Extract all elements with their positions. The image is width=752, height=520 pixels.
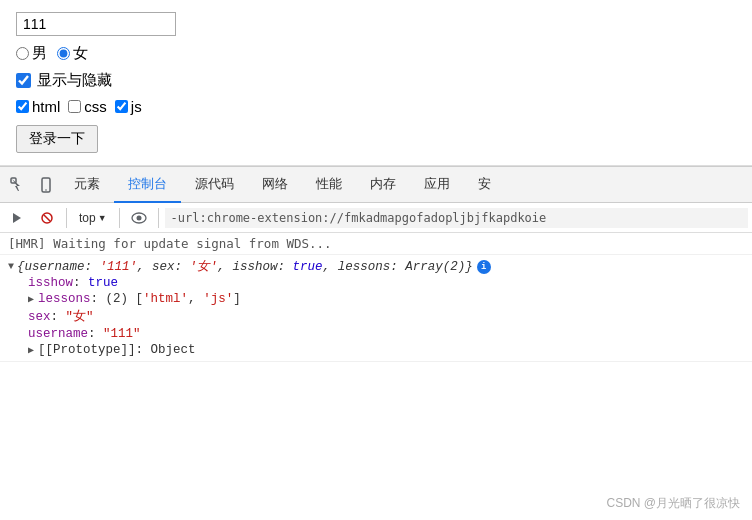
gender-radio-group: 男 女: [16, 44, 736, 63]
form-section: 男 女 显示与隐藏 html css js 登录一下: [0, 0, 752, 166]
tab-sources[interactable]: 源代码: [181, 167, 248, 203]
svg-line-5: [44, 215, 50, 221]
tab-performance[interactable]: 性能: [302, 167, 356, 203]
html-checkbox-label[interactable]: html: [16, 98, 60, 115]
prop-prototype: ▶[[Prototype]]: Object: [28, 342, 241, 358]
top-label: top: [79, 211, 96, 225]
show-hide-row: 显示与隐藏: [16, 71, 736, 90]
show-checkbox[interactable]: [16, 73, 31, 88]
radio-female-label[interactable]: 女: [57, 44, 88, 63]
svg-point-2: [45, 189, 47, 191]
female-label: 女: [73, 44, 88, 63]
tab-network[interactable]: 网络: [248, 167, 302, 203]
html-checkbox[interactable]: [16, 100, 29, 113]
js-checkbox[interactable]: [115, 100, 128, 113]
male-label: 男: [32, 44, 47, 63]
eye-button[interactable]: [126, 206, 152, 230]
css-checkbox[interactable]: [68, 100, 81, 113]
tab-memory[interactable]: 内存: [356, 167, 410, 203]
radio-female[interactable]: [57, 47, 70, 60]
html-label: html: [32, 98, 60, 115]
radio-male-label[interactable]: 男: [16, 44, 47, 63]
chevron-down-icon: ▼: [98, 213, 107, 223]
js-checkbox-label[interactable]: js: [115, 98, 142, 115]
css-checkbox-label[interactable]: css: [68, 98, 107, 115]
hmr-line: [HMR] Waiting for update signal from WDS…: [0, 233, 752, 255]
radio-male[interactable]: [16, 47, 29, 60]
prop-sex: sex: "女": [28, 307, 241, 326]
svg-marker-3: [13, 213, 21, 223]
tab-security[interactable]: 安: [464, 167, 505, 203]
watermark: CSDN @月光晒了很凉快: [606, 495, 740, 512]
tab-elements[interactable]: 元素: [60, 167, 114, 203]
lessons-expand-icon[interactable]: ▶: [28, 293, 34, 305]
toolbar-separator-3: [158, 208, 159, 228]
svg-point-7: [136, 215, 141, 220]
prop-username: username: "111": [28, 326, 241, 342]
devtools-toolbar: top ▼ -url:chrome-extension://fmkadmapgo…: [0, 203, 752, 233]
toolbar-separator-2: [119, 208, 120, 228]
devtools-tabs-bar: 元素 控制台 源代码 网络 性能 内存 应用 安: [0, 167, 752, 203]
css-label: css: [84, 98, 107, 115]
stop-button[interactable]: [34, 206, 60, 230]
prop-lessons: ▶lessons: (2) ['html', 'js']: [28, 291, 241, 307]
submit-button[interactable]: 登录一下: [16, 125, 98, 153]
inspect-icon[interactable]: [4, 171, 32, 199]
console-output: [HMR] Waiting for update signal from WDS…: [0, 233, 752, 520]
hmr-text: [HMR] Waiting for update signal from WDS…: [8, 236, 332, 251]
object-line: ▼ {username: '111', sex: '女', isshow: tr…: [0, 255, 752, 362]
obj-properties: isshow: true ▶lessons: (2) ['html', 'js'…: [8, 275, 241, 358]
expand-triangle[interactable]: ▼: [8, 261, 14, 272]
info-icon: i: [477, 260, 491, 274]
lesson-checkboxes: html css js: [16, 98, 736, 115]
tab-console[interactable]: 控制台: [114, 167, 181, 203]
tab-application[interactable]: 应用: [410, 167, 464, 203]
obj-summary: {username: '111', sex: '女', isshow: true…: [17, 258, 473, 275]
play-button[interactable]: [4, 206, 30, 230]
url-bar: -url:chrome-extension://fmkadmapgofadopl…: [165, 208, 748, 228]
username-input[interactable]: [16, 12, 176, 36]
mobile-icon[interactable]: [32, 171, 60, 199]
show-label: 显示与隐藏: [37, 71, 112, 90]
js-label: js: [131, 98, 142, 115]
proto-expand-icon[interactable]: ▶: [28, 344, 34, 356]
toolbar-separator-1: [66, 208, 67, 228]
devtools-panel: 元素 控制台 源代码 网络 性能 内存 应用 安: [0, 166, 752, 520]
prop-isshow: isshow: true: [28, 275, 241, 291]
context-dropdown[interactable]: top ▼: [73, 209, 113, 227]
